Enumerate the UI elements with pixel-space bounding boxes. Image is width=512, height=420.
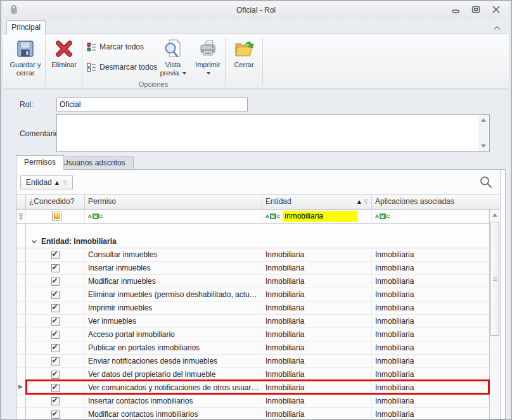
entidad-cell[interactable]: Inmobiliaria xyxy=(262,262,372,274)
entidad-cell[interactable]: Inmobiliaria xyxy=(262,355,372,367)
row-checkbox[interactable] xyxy=(51,331,60,339)
search-icon[interactable] xyxy=(478,175,494,192)
entidad-cell[interactable]: Inmobiliaria xyxy=(262,248,372,261)
unmark-all-button[interactable]: Desmarcar todos xyxy=(87,60,157,74)
concedido-cell[interactable] xyxy=(26,395,85,407)
permiso-cell[interactable]: Modificar inmuebles xyxy=(85,275,262,288)
entidad-cell[interactable]: Inmobiliaria xyxy=(262,288,372,301)
grid-scrollbar[interactable] xyxy=(489,210,500,419)
permiso-cell[interactable]: Publicar en portales inmobiliarios xyxy=(85,341,262,354)
row-checkbox[interactable] xyxy=(51,344,60,352)
filter-concedido-checkbox[interactable] xyxy=(26,210,85,223)
row-checkbox[interactable] xyxy=(51,291,60,299)
entidad-cell[interactable]: Inmobiliaria xyxy=(262,275,372,288)
header-entidad[interactable]: Entidad ▲ xyxy=(262,195,372,209)
row-checkbox[interactable] xyxy=(51,277,60,286)
concedido-cell[interactable] xyxy=(26,408,85,420)
scroll-up-icon[interactable] xyxy=(481,118,486,122)
table-row[interactable]: ▶ Publicar en portales inmobiliarios Inm… xyxy=(16,341,489,355)
permiso-cell[interactable]: Enviar notificaciones desde inmuebles xyxy=(85,355,262,367)
permiso-cell[interactable]: Insertar contactos inmobiliarios xyxy=(85,395,262,407)
group-header-row[interactable]: Entidad: Inmobiliaria xyxy=(16,235,489,248)
permiso-cell[interactable]: Ver datos del propietario del inmueble xyxy=(85,368,262,381)
concedido-cell[interactable] xyxy=(26,341,85,354)
table-row[interactable]: ▶ Ver datos del propietario del inmueble… xyxy=(16,368,489,381)
aplicaciones-cell[interactable]: Inmobiliaria xyxy=(372,275,489,288)
close-button[interactable] xyxy=(491,5,501,14)
entidad-cell[interactable]: Inmobiliaria xyxy=(262,315,372,328)
table-row[interactable]: ▶ Insertar contactos inmobiliarios Inmob… xyxy=(16,395,489,408)
scrollbar-thumb[interactable] xyxy=(490,222,499,336)
tab-principal[interactable]: Principal xyxy=(6,20,46,35)
mark-all-button[interactable]: Marcar todos xyxy=(87,40,144,54)
header-aplicaciones[interactable]: Aplicaciones asociadas xyxy=(372,195,500,209)
concedido-cell[interactable] xyxy=(26,288,85,301)
tab-permisos[interactable]: Permisos xyxy=(16,155,64,170)
permiso-cell[interactable]: Eliminar inmuebles (permiso deshabilitad… xyxy=(85,288,262,301)
table-row[interactable]: ▶ Acceso portal inmobiliario Inmobiliari… xyxy=(16,328,489,341)
rol-input[interactable] xyxy=(56,98,248,111)
print-preview-button[interactable]: Vistaprevia xyxy=(155,36,191,87)
concedido-cell[interactable] xyxy=(26,368,85,381)
permiso-cell[interactable]: Ver comunicados y notificaciones de otro… xyxy=(85,381,262,394)
row-checkbox[interactable] xyxy=(51,410,60,419)
permiso-cell[interactable]: Modificar contactos inmobiliarios xyxy=(85,408,262,420)
entidad-cell[interactable]: Inmobiliaria xyxy=(262,328,372,341)
aplicaciones-cell[interactable]: Inmobiliaria xyxy=(372,315,489,328)
row-checkbox[interactable] xyxy=(51,384,60,392)
entidad-cell[interactable]: Inmobiliaria xyxy=(262,341,372,354)
aplicaciones-cell[interactable]: Inmobiliaria xyxy=(372,288,489,301)
table-row[interactable]: ▶ Eliminar inmuebles (permiso deshabilit… xyxy=(16,288,489,302)
tab-usuarios-adscritos[interactable]: Usuarios adscritos xyxy=(54,156,134,170)
aplicaciones-cell[interactable]: Inmobiliaria xyxy=(372,302,489,314)
entidad-cell[interactable]: Inmobiliaria xyxy=(262,408,372,420)
permiso-cell[interactable]: Insertar inmuebles xyxy=(85,262,262,274)
row-checkbox[interactable] xyxy=(51,251,60,259)
concedido-cell[interactable] xyxy=(26,248,85,261)
table-row[interactable]: ▶ Consultar inmuebles Inmobiliaria Inmob… xyxy=(16,248,489,262)
concedido-cell[interactable] xyxy=(26,381,85,394)
comments-scrollbar[interactable] xyxy=(478,115,489,151)
group-by-entidad-chip[interactable]: Entidad ▲ xyxy=(20,175,73,189)
comments-textarea[interactable] xyxy=(56,114,490,152)
entidad-cell[interactable]: Inmobiliaria xyxy=(262,381,372,394)
scroll-down-icon[interactable] xyxy=(481,144,486,148)
aplicaciones-cell[interactable]: Inmobiliaria xyxy=(372,262,489,274)
scroll-up-button[interactable] xyxy=(490,210,500,220)
entidad-filter-value[interactable]: inmobiliaria xyxy=(283,211,357,222)
print-button[interactable]: Imprimir xyxy=(192,36,224,87)
minimize-button[interactable] xyxy=(451,5,461,14)
table-row[interactable]: ▶ Modificar contactos inmobiliarios Inmo… xyxy=(16,408,489,420)
concedido-cell[interactable] xyxy=(26,262,85,274)
aplicaciones-cell[interactable]: Inmobiliaria xyxy=(372,395,489,407)
table-row[interactable]: ▶ Enviar notificaciones desde inmuebles … xyxy=(16,355,489,368)
filter-aplicaciones-cell[interactable]: ABC xyxy=(372,210,489,223)
row-checkbox[interactable] xyxy=(51,397,60,405)
table-row[interactable]: ▶ Insertar inmuebles Inmobiliaria Inmobi… xyxy=(16,262,489,275)
table-row[interactable]: ▶ Imprimir inmuebles Inmobiliaria Inmobi… xyxy=(16,302,489,315)
row-checkbox[interactable] xyxy=(51,304,60,312)
aplicaciones-cell[interactable]: Inmobiliaria xyxy=(372,355,489,367)
aplicaciones-cell[interactable]: Inmobiliaria xyxy=(372,248,489,261)
concedido-cell[interactable] xyxy=(26,302,85,314)
table-row[interactable]: ▶ Ver comunicados y notificaciones de ot… xyxy=(16,381,489,395)
restore-button[interactable] xyxy=(471,5,481,14)
delete-button[interactable]: Eliminar xyxy=(48,36,80,87)
filter-funnel-icon[interactable] xyxy=(363,199,369,205)
concedido-cell[interactable] xyxy=(26,315,85,328)
aplicaciones-cell[interactable]: Inmobiliaria xyxy=(372,368,489,381)
entidad-cell[interactable]: Inmobiliaria xyxy=(262,368,372,381)
permiso-cell[interactable]: Imprimir inmuebles xyxy=(85,302,262,314)
header-concedido[interactable]: ¿Concedido? xyxy=(26,195,85,209)
aplicaciones-cell[interactable]: Inmobiliaria xyxy=(372,408,489,420)
table-row[interactable]: ▶ Ver inmuebles Inmobiliaria Inmobiliari… xyxy=(16,315,489,328)
aplicaciones-cell[interactable]: Inmobiliaria xyxy=(372,381,489,394)
row-checkbox[interactable] xyxy=(51,371,60,379)
permiso-cell[interactable]: Consultar inmuebles xyxy=(85,248,262,261)
concedido-cell[interactable] xyxy=(26,355,85,367)
aplicaciones-cell[interactable]: Inmobiliaria xyxy=(372,341,489,354)
close-form-button[interactable]: Cerrar xyxy=(227,36,261,87)
concedido-cell[interactable] xyxy=(26,275,85,288)
permiso-cell[interactable]: Ver inmuebles xyxy=(85,315,262,328)
entidad-cell[interactable]: Inmobiliaria xyxy=(262,302,372,314)
